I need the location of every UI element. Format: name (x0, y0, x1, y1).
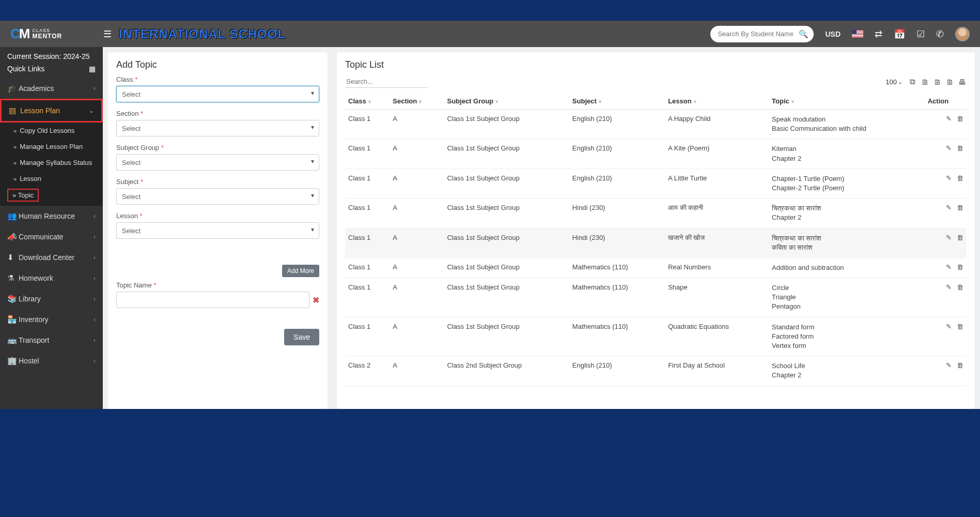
chevron-down-icon: ⌄ (89, 107, 94, 114)
double-chevron-icon: » (12, 191, 16, 199)
delete-icon[interactable]: 🗑 (957, 361, 963, 369)
student-search[interactable]: 🔍 (710, 26, 814, 42)
edit-icon[interactable]: ✎ (946, 144, 952, 152)
book-icon: 📚 (7, 294, 19, 303)
add-more-button[interactable]: Add More (282, 265, 319, 277)
col-class[interactable]: Class▾ (345, 93, 390, 110)
logo[interactable]: CM CLASS MENTOR (10, 26, 103, 42)
remove-topic-icon[interactable]: ✖ (313, 295, 319, 305)
session-label: Current Session: 2024-25 (0, 47, 103, 63)
currency-selector[interactable]: USD (825, 30, 841, 38)
submenu-manage-syllabus-status[interactable]: »Manage Syllabus Status (0, 155, 103, 171)
calendar-icon[interactable]: 📅 (894, 28, 905, 40)
delete-icon[interactable]: 🗑 (957, 323, 963, 330)
col-lesson[interactable]: Lesson▾ (665, 93, 769, 110)
edit-icon[interactable]: ✎ (946, 115, 952, 123)
hamburger-icon[interactable]: ☰ (103, 28, 112, 40)
print-icon[interactable]: 🖶 (957, 77, 967, 86)
col-subject-group[interactable]: Subject Group▾ (444, 93, 569, 110)
section-label: Section * (116, 110, 319, 117)
edit-icon[interactable]: ✎ (946, 361, 952, 369)
sidebar: Current Session: 2024-25 Quick Links ▦ 🎓… (0, 47, 103, 409)
sidebar-item-transport[interactable]: 🚌Transport‹ (0, 330, 103, 351)
whatsapp-icon[interactable]: ✆ (936, 28, 944, 40)
copy-icon[interactable]: ⧉ (908, 77, 917, 86)
edit-icon[interactable]: ✎ (946, 174, 952, 182)
subject-select[interactable]: Select (116, 188, 319, 205)
table-row: Class 2 A Class 2nd Subject Group Englis… (345, 356, 967, 386)
list-search-input[interactable] (345, 75, 428, 88)
topic-name-label: Topic Name * (116, 281, 319, 289)
double-chevron-icon: » (13, 160, 17, 166)
table-row: Class 1 A Class 1st Subject Group Englis… (345, 139, 967, 169)
table-row: Class 1 A Class 1st Subject Group Hindi … (345, 228, 967, 257)
lesson-plan-submenu: »Copy Old Lessons »Manage Lesson Plan »M… (0, 123, 103, 206)
delete-icon[interactable]: 🗑 (957, 263, 963, 271)
page-size-selector[interactable]: 100 ⌄ (885, 78, 903, 86)
chevron-left-icon: ‹ (94, 295, 96, 302)
edit-icon[interactable]: ✎ (946, 283, 952, 291)
sidebar-item-inventory[interactable]: 🏪Inventory‹ (0, 309, 103, 330)
list-icon: ▤ (9, 106, 20, 115)
col-topic[interactable]: Topic▾ (769, 93, 925, 110)
edit-icon[interactable]: ✎ (946, 323, 952, 330)
megaphone-icon: 📣 (7, 232, 19, 241)
delete-icon[interactable]: 🗑 (957, 204, 963, 211)
csv-export-icon[interactable]: 🗎 (932, 77, 942, 86)
sidebar-item-homework[interactable]: ⚗Homework‹ (0, 268, 103, 288)
table-row: Class 1 A Class 1st Subject Group Englis… (345, 169, 967, 198)
sidebar-item-communicate[interactable]: 📣Communicate‹ (0, 226, 103, 247)
edit-icon[interactable]: ✎ (946, 204, 952, 211)
topic-list-title: Topic List (337, 52, 975, 75)
save-button[interactable]: Save (284, 329, 319, 345)
class-select[interactable]: Select (116, 86, 319, 102)
sidebar-item-download-center[interactable]: ⬇Download Center‹ (0, 247, 103, 268)
chevron-down-icon: ⌄ (898, 79, 903, 85)
lesson-select[interactable]: Select (116, 222, 319, 239)
chevron-left-icon: ‹ (94, 85, 96, 92)
quick-links[interactable]: Quick Links ▦ (0, 63, 103, 78)
table-row: Class 1 A Class 1st Subject Group Mathem… (345, 257, 967, 278)
edit-icon[interactable]: ✎ (946, 263, 952, 271)
submenu-topic[interactable]: » Topic (7, 189, 39, 202)
submenu-manage-lesson-plan[interactable]: »Manage Lesson Plan (0, 139, 103, 155)
sidebar-item-library[interactable]: 📚Library‹ (0, 288, 103, 309)
double-chevron-icon: » (13, 128, 17, 134)
excel-export-icon[interactable]: 🗎 (920, 77, 929, 86)
double-chevron-icon: » (13, 176, 17, 182)
top-navy-bar (0, 0, 980, 21)
delete-icon[interactable]: 🗑 (957, 144, 963, 152)
task-check-icon[interactable]: ☑ (916, 28, 925, 40)
chevron-left-icon: ‹ (94, 357, 96, 364)
chevron-left-icon: ‹ (94, 212, 96, 220)
col-section[interactable]: Section▾ (390, 93, 444, 110)
delete-icon[interactable]: 🗑 (957, 174, 963, 182)
class-label: Class * (116, 75, 319, 83)
delete-icon[interactable]: 🗑 (957, 234, 963, 241)
table-row: Class 1 A Class 1st Subject Group Englis… (345, 110, 967, 139)
col-subject[interactable]: Subject▾ (569, 93, 665, 110)
sidebar-item-lesson-plan[interactable]: ▤ Lesson Plan ⌄ (2, 100, 101, 121)
submenu-copy-old-lessons[interactable]: »Copy Old Lessons (0, 123, 103, 139)
user-avatar[interactable] (955, 27, 970, 41)
grid-icon[interactable]: ▦ (89, 65, 96, 73)
edit-icon[interactable]: ✎ (946, 234, 952, 241)
transfer-icon[interactable]: ⇄ (875, 28, 882, 40)
table-row: Class 1 A Class 1st Subject Group Hindi … (345, 199, 967, 228)
lesson-label: Lesson * (116, 212, 319, 220)
delete-icon[interactable]: 🗑 (957, 115, 963, 123)
search-icon[interactable]: 🔍 (797, 28, 810, 40)
pdf-export-icon[interactable]: 🗎 (945, 77, 954, 86)
section-select[interactable]: Select (116, 120, 319, 136)
add-topic-title: Add Topic (108, 52, 328, 75)
locale-flag-icon[interactable] (852, 30, 863, 38)
submenu-lesson[interactable]: »Lesson (0, 171, 103, 187)
sidebar-item-human-resource[interactable]: 👥Human Resource‹ (0, 206, 103, 226)
chevron-left-icon: ‹ (94, 316, 96, 323)
subject-group-select[interactable]: Select (116, 154, 319, 171)
sidebar-item-hostel[interactable]: 🏢Hostel‹ (0, 351, 103, 371)
sidebar-item-academics[interactable]: 🎓 Academics ‹ (0, 78, 103, 99)
delete-icon[interactable]: 🗑 (957, 283, 963, 291)
topic-name-input[interactable] (116, 292, 309, 308)
topic-table: Class▾ Section▾ Subject Group▾ Subject▾ … (345, 93, 967, 386)
